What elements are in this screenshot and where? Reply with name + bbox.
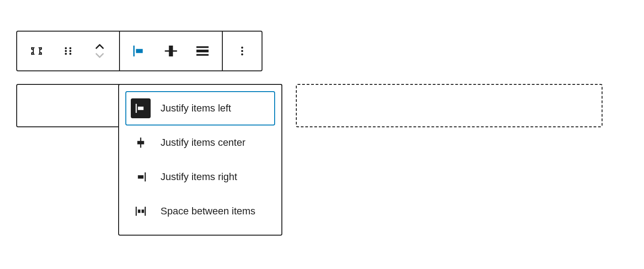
drag-handle-button[interactable] <box>52 32 84 70</box>
svg-rect-17 <box>138 107 144 110</box>
svg-rect-24 <box>138 209 141 213</box>
justify-center-icon <box>131 133 151 153</box>
svg-rect-23 <box>145 207 146 216</box>
placeholder-block[interactable] <box>296 84 603 127</box>
justify-left-button[interactable] <box>124 32 155 70</box>
drag-handle-icon <box>61 44 75 58</box>
svg-rect-20 <box>145 172 146 181</box>
dropdown-item-justify-right[interactable]: Justify items right <box>125 160 275 194</box>
dropdown-item-label: Space between items <box>161 205 255 217</box>
svg-point-15 <box>241 53 244 56</box>
svg-rect-19 <box>138 141 144 144</box>
align-center-vertical-button[interactable] <box>155 32 187 70</box>
align-full-width-button[interactable] <box>187 32 218 70</box>
align-full-icon <box>194 43 211 59</box>
chevron-up-down-icon <box>93 41 106 61</box>
svg-rect-7 <box>136 49 143 53</box>
svg-rect-12 <box>197 54 209 56</box>
dropdown-item-label: Justify items center <box>161 137 245 148</box>
justify-right-icon <box>131 167 151 187</box>
dropdown-item-justify-center[interactable]: Justify items center <box>125 125 275 160</box>
svg-rect-25 <box>142 209 144 213</box>
dropdown-item-space-between[interactable]: Space between items <box>125 194 275 228</box>
svg-rect-9 <box>169 46 173 56</box>
move-up-down-button[interactable] <box>84 32 115 70</box>
svg-point-14 <box>241 50 244 52</box>
more-options-button[interactable] <box>226 32 258 70</box>
justify-left-icon <box>131 43 147 59</box>
svg-rect-22 <box>136 207 137 216</box>
align-center-vertical-icon <box>163 43 179 59</box>
toolbar-section-block <box>17 32 119 70</box>
svg-point-0 <box>65 47 67 50</box>
row-block-icon <box>28 43 45 59</box>
svg-rect-11 <box>197 50 209 52</box>
svg-rect-10 <box>197 46 209 48</box>
svg-point-1 <box>69 47 72 50</box>
justify-left-icon <box>131 98 151 118</box>
svg-rect-16 <box>136 104 137 113</box>
svg-rect-21 <box>138 175 144 179</box>
svg-point-4 <box>65 53 67 55</box>
svg-point-13 <box>241 46 244 49</box>
svg-point-5 <box>69 53 72 55</box>
svg-rect-6 <box>133 46 135 56</box>
space-between-icon <box>131 201 151 221</box>
block-toolbar <box>16 31 262 71</box>
more-vertical-icon <box>235 44 249 58</box>
dropdown-item-label: Justify items right <box>161 171 237 183</box>
dropdown-item-justify-left[interactable]: Justify items left <box>125 91 275 125</box>
justify-dropdown: Justify items left Justify items center … <box>118 84 282 236</box>
svg-point-2 <box>65 50 67 52</box>
toolbar-section-more <box>223 32 262 70</box>
toolbar-section-justify <box>120 32 222 70</box>
svg-point-3 <box>69 50 72 52</box>
dropdown-item-label: Justify items left <box>161 102 231 114</box>
block-type-button[interactable] <box>21 32 52 70</box>
